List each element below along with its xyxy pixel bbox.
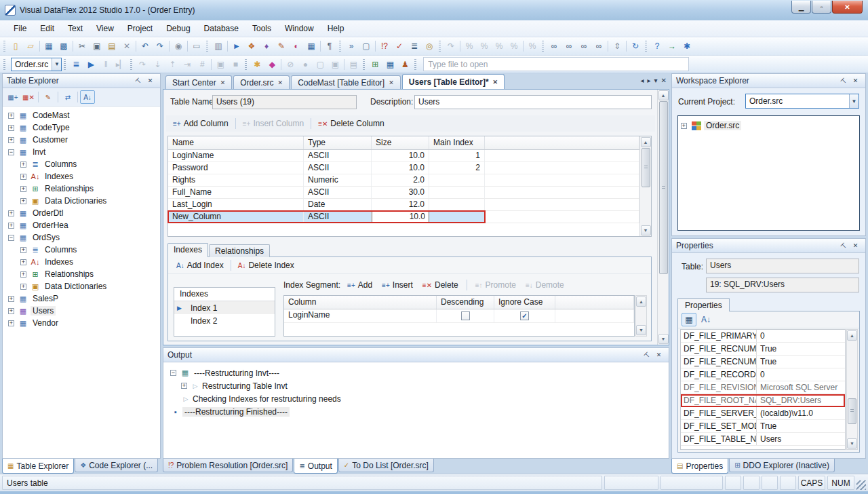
delete-table-button[interactable]: ▦✕ xyxy=(21,90,36,104)
column-header-size[interactable]: Size xyxy=(372,136,429,149)
table-designer-button[interactable]: ▦ xyxy=(304,39,319,53)
expand-icon[interactable]: + xyxy=(20,174,26,180)
expand-icon[interactable]: + xyxy=(8,210,14,216)
grid-cell[interactable]: ASCII xyxy=(304,150,372,162)
column-header-name[interactable]: Name xyxy=(168,136,304,149)
project-combo[interactable]: Order.src ▼ xyxy=(11,58,62,71)
current-project-combo[interactable]: Order.src ▼ xyxy=(745,94,859,109)
delete-button[interactable]: ✕ xyxy=(119,39,134,53)
pan-hand-button[interactable]: ✱ xyxy=(250,58,264,71)
tree-item-relationships[interactable]: +⊞Relationships xyxy=(3,183,160,195)
tab-order-src[interactable]: Order.src✕ xyxy=(233,75,290,89)
tree-item-ordsys[interactable]: −▦OrdSys xyxy=(3,231,160,244)
menu-window[interactable]: Window xyxy=(278,22,321,35)
compile-project-button[interactable]: ≣ xyxy=(68,58,83,71)
output-item[interactable]: ▪----Restructuring Finished---- xyxy=(169,405,663,418)
sort-az-button[interactable]: A↓ xyxy=(698,313,713,326)
grid-cell[interactable]: Numeric xyxy=(304,174,372,186)
expand-icon[interactable]: + xyxy=(8,308,14,314)
grid-cell[interactable]: ASCII xyxy=(304,187,372,198)
expand-icon[interactable]: + xyxy=(8,296,14,302)
record-macro-button[interactable]: ◉ xyxy=(171,39,186,53)
description-field[interactable]: Users xyxy=(414,95,652,109)
properties-scrollbar[interactable]: ▲ ▼ xyxy=(846,329,858,450)
panel-tab-to-do-list-order-src[interactable]: ✓To Do List [Order.src] xyxy=(338,459,434,472)
segment-demote-button[interactable]: ≡↓ Demote xyxy=(523,279,567,291)
grid-cell[interactable]: LoginName xyxy=(168,150,304,162)
save-all-button[interactable]: ▩ xyxy=(56,39,71,53)
tree-item-orderhea[interactable]: +▦OrderHea xyxy=(3,219,160,231)
watch-window-button[interactable]: ▢ xyxy=(313,58,328,71)
refresh-button[interactable]: ↻ xyxy=(628,39,643,53)
close-button[interactable]: ✕ xyxy=(832,1,863,14)
table-row[interactable]: New_ColumnASCII10.0 xyxy=(168,211,639,223)
sort-tables-button[interactable]: A↓ xyxy=(80,90,95,104)
property-value[interactable]: True xyxy=(757,420,845,432)
exit-button[interactable]: → xyxy=(665,39,679,53)
scrollbar-thumb[interactable] xyxy=(642,148,650,187)
save-button[interactable]: ▦ xyxy=(41,39,56,53)
menu-database[interactable]: Database xyxy=(197,22,245,35)
menu-project[interactable]: Project xyxy=(121,22,159,35)
tree-item-indexes[interactable]: +A↓Indexes xyxy=(3,170,160,183)
print-button[interactable]: ▭ xyxy=(189,39,204,53)
property-value[interactable]: 0 xyxy=(757,368,845,381)
pin-icon[interactable]: ⊥ xyxy=(838,76,850,86)
property-value[interactable]: SQL_DRV:Users xyxy=(757,394,845,406)
add-column-button[interactable]: ≡+ Add Column xyxy=(170,117,231,130)
tree-item-indexes[interactable]: +A↓Indexes xyxy=(3,256,160,268)
find-button[interactable]: ∞ xyxy=(547,39,561,53)
categorized-button[interactable]: ▦ xyxy=(682,313,696,326)
expand-icon[interactable]: + xyxy=(20,284,26,290)
segment-insert-button[interactable]: ≡+ Insert xyxy=(379,279,416,291)
tab-codemast-table-editor[interactable]: CodeMast [Table Editor]✕ xyxy=(291,75,401,89)
tree-item-customer[interactable]: +▦Customer xyxy=(3,134,160,146)
segment-column-cell[interactable]: LoginName xyxy=(284,309,437,322)
restore-button[interactable]: ▫ xyxy=(812,1,831,14)
menu-help[interactable]: Help xyxy=(321,22,351,35)
class-browser-button[interactable]: ♦ xyxy=(259,39,274,53)
panel-tab-ddo-explorer-inactive[interactable]: ⊞DDO Explorer (Inactive) xyxy=(729,459,835,472)
debug-frame-button[interactable]: ▣ xyxy=(213,58,228,71)
expand-icon[interactable]: + xyxy=(681,123,687,129)
edit-table-button[interactable]: ✎ xyxy=(41,90,56,104)
step-out-button[interactable]: ⇡ xyxy=(165,58,180,71)
property-row[interactable]: DF_FILE_PRIMARY_IND0 xyxy=(681,330,845,343)
close-icon[interactable]: ✕ xyxy=(653,350,665,360)
table-value-field[interactable]: Users xyxy=(706,259,859,273)
menu-debug[interactable]: Debug xyxy=(159,22,197,35)
tab-scroll-right-icon[interactable]: ▸ xyxy=(648,77,651,84)
property-value[interactable]: True xyxy=(757,343,845,355)
compile-fast-button[interactable]: » xyxy=(344,39,359,53)
table-row[interactable]: Full_NameASCII30.0 xyxy=(168,187,639,199)
pin-icon[interactable]: ⊥ xyxy=(133,76,144,86)
menu-edit[interactable]: Edit xyxy=(33,22,61,35)
segment-header-column[interactable]: Column xyxy=(284,296,437,309)
property-value[interactable]: 0 xyxy=(757,330,845,342)
scroll-up-icon[interactable]: ▲ xyxy=(641,137,651,147)
close-icon[interactable]: ✕ xyxy=(850,241,861,251)
column-header-type[interactable]: Type xyxy=(304,136,372,149)
find-next-button[interactable]: ∞ xyxy=(561,39,576,53)
index-item-index-2[interactable]: Index 2 xyxy=(174,314,275,327)
segment-row[interactable]: LoginName✓ xyxy=(284,309,634,323)
percent-up-button[interactable]: % xyxy=(462,39,477,53)
color-palette-button[interactable]: ◐ xyxy=(289,39,304,53)
property-row[interactable]: DF_FILE_SET_MODETrue xyxy=(681,420,845,433)
grid-cell[interactable]: Password xyxy=(168,162,304,174)
expand-icon[interactable]: − xyxy=(170,370,176,376)
expand-icon[interactable]: + xyxy=(8,137,14,143)
grid-cell[interactable]: 10.0 xyxy=(372,150,429,162)
property-value[interactable]: Microsoft SQL Server xyxy=(757,381,845,394)
ignore-case-cell[interactable]: ✓ xyxy=(494,309,555,322)
panel-tab-problem-resolution-order-src[interactable]: !?Problem Resolution [Order.src] xyxy=(163,459,293,472)
problem-resolution-button[interactable]: !? xyxy=(377,39,392,53)
segment-grid-scrollbar[interactable]: ▲ ▼ xyxy=(635,295,647,337)
columns-grid-scrollbar[interactable]: ▲ ▼ xyxy=(639,136,651,236)
segment-promote-button[interactable]: ≡↑ Promote xyxy=(473,279,519,291)
grid-cell[interactable] xyxy=(429,187,485,198)
run-to-cursor-button[interactable]: ⇥ xyxy=(180,58,195,71)
grid-cell[interactable]: Full_Name xyxy=(168,187,304,198)
percent-down-button[interactable]: % xyxy=(477,39,492,53)
property-value[interactable]: Users xyxy=(757,433,845,445)
